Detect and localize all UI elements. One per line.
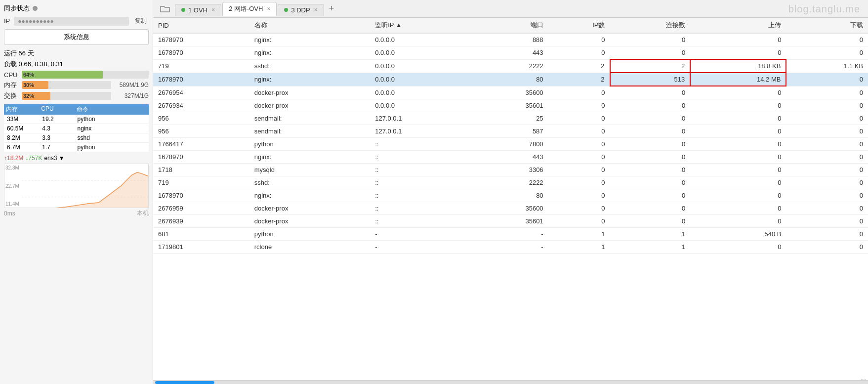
td-1-5: 0	[610, 46, 691, 60]
proc-mem: 33M	[6, 115, 41, 123]
load-row: 负载 0.66, 0.38, 0.31	[4, 60, 149, 69]
td-2-5: 2	[610, 59, 691, 73]
td-11-4: 0	[548, 176, 610, 189]
mem-value: 589M/1.9G	[114, 82, 149, 88]
td-12-6: 0	[690, 189, 786, 202]
tab-close-button[interactable]: ×	[211, 6, 215, 13]
bottom-scrollbar[interactable]: ····	[153, 380, 868, 384]
td-2-7: 1.1 KB	[786, 59, 868, 73]
sysinfo-button[interactable]: 系统信息	[4, 29, 149, 45]
table-row: 2676939docker-prox::356010000	[153, 215, 868, 228]
td-15-4: 1	[548, 228, 610, 241]
td-13-3: 35600	[472, 202, 548, 215]
td-14-4: 0	[548, 215, 610, 228]
resize-handle[interactable]: ····	[861, 377, 866, 382]
td-3-4: 2	[548, 73, 610, 86]
table-row: 1678970nginx:::800000	[153, 189, 868, 202]
td-4-1: docker-prox	[249, 86, 370, 99]
td-6-1: sendmail:	[249, 112, 370, 125]
td-15-1: python	[249, 228, 370, 241]
td-0-6: 0	[690, 33, 786, 46]
td-0-5: 0	[610, 33, 691, 46]
td-0-4: 0	[548, 33, 610, 46]
table-row: 1678970nginx:::4430000	[153, 151, 868, 164]
td-2-0: 719	[153, 59, 249, 73]
td-14-1: docker-prox	[249, 215, 370, 228]
scroll-thumb[interactable]	[155, 381, 214, 384]
th-1[interactable]: 名称	[249, 18, 370, 33]
tab-label: 1 OVH	[188, 6, 207, 14]
td-9-6: 0	[690, 151, 786, 164]
td-16-5: 1	[610, 241, 691, 254]
td-6-5: 0	[610, 112, 691, 125]
tab-close-button[interactable]: ×	[267, 5, 270, 12]
th-7[interactable]: 下载	[786, 18, 868, 33]
td-7-3: 587	[472, 125, 548, 138]
proc-cpu: 3.3	[41, 134, 76, 142]
td-4-3: 35600	[472, 86, 548, 99]
td-12-7: 0	[786, 189, 868, 202]
th-5[interactable]: 连接数	[610, 18, 691, 33]
network-graph: 32.8M 22.7M 11.4M	[4, 164, 149, 208]
td-9-1: nginx:	[249, 151, 370, 164]
mem-bar-label: 30%	[23, 81, 34, 89]
td-16-7: 0	[786, 241, 868, 254]
td-4-7: 0	[786, 86, 868, 99]
tab-3[interactable]: 3 DDP ×	[278, 4, 324, 16]
td-3-2: 0.0.0.0	[370, 73, 472, 86]
folder-button[interactable]	[157, 2, 173, 16]
main-panel: 1 OVH × 2 网络-OVH × 3 DDP × + blog.tanglu…	[153, 0, 868, 384]
td-6-7: 0	[786, 112, 868, 125]
th-0[interactable]: PID	[153, 18, 249, 33]
tab-label: 3 DDP	[291, 6, 310, 14]
network-table: PID名称监听IP ▲端口IP数连接数上传下载 1678970nginx:0.0…	[153, 18, 868, 254]
td-11-2: ::	[370, 176, 472, 189]
td-4-0: 2676954	[153, 86, 249, 99]
td-13-7: 0	[786, 202, 868, 215]
td-9-7: 0	[786, 151, 868, 164]
copy-button[interactable]: 复制	[133, 16, 149, 26]
th-2[interactable]: 监听IP ▲	[370, 18, 472, 33]
td-9-0: 1678970	[153, 151, 249, 164]
td-2-2: 0.0.0.0	[370, 59, 472, 73]
th-3[interactable]: 端口	[472, 18, 548, 33]
td-6-0: 956	[153, 112, 249, 125]
process-table-header: 内存 CPU 命令	[4, 104, 149, 115]
mem-bar-container: 30%	[22, 81, 111, 89]
td-8-0: 1766417	[153, 138, 249, 151]
swap-value: 327M/1G	[114, 92, 149, 99]
latency-label: 0ms	[4, 210, 15, 217]
proc-cpu: 4.3	[41, 125, 76, 132]
tab-2[interactable]: 2 网络-OVH ×	[222, 2, 277, 16]
td-11-5: 0	[610, 176, 691, 189]
td-9-5: 0	[610, 151, 691, 164]
th-6[interactable]: 上传	[690, 18, 786, 33]
table-row: 1678970nginx:0.0.0.08880000	[153, 33, 868, 46]
uptime-row: 运行 56 天	[4, 49, 149, 58]
process-row: 8.2M 3.3 sshd	[4, 133, 149, 143]
td-5-6: 0	[690, 99, 786, 112]
table-row: 1678970nginx:0.0.0.04430000	[153, 46, 868, 60]
td-7-7: 0	[786, 125, 868, 138]
net-interface[interactable]: ens3 ▼	[44, 155, 64, 162]
th-4[interactable]: IP数	[548, 18, 610, 33]
td-14-6: 0	[690, 215, 786, 228]
td-6-2: 127.0.0.1	[370, 112, 472, 125]
ip-label: IP	[4, 17, 10, 25]
table-row: 1718mysqld::33060000	[153, 164, 868, 176]
table-body: 1678970nginx:0.0.0.088800001678970nginx:…	[153, 33, 868, 254]
data-table-container[interactable]: PID名称监听IP ▲端口IP数连接数上传下载 1678970nginx:0.0…	[153, 18, 868, 380]
graph-label-mid: 22.7M	[5, 183, 19, 189]
td-12-2: ::	[370, 189, 472, 202]
table-row: 681python--11540 B0	[153, 228, 868, 241]
td-10-5: 0	[610, 164, 691, 176]
watermark: blog.tanglu.me	[788, 3, 860, 14]
proc-cmd: sshd	[77, 134, 147, 142]
td-5-4: 0	[548, 99, 610, 112]
tab-close-button[interactable]: ×	[314, 6, 318, 13]
tab-1[interactable]: 1 OVH ×	[175, 4, 221, 16]
add-tab-button[interactable]: +	[326, 3, 337, 14]
table-row: 719sshd:0.0.0.022222218.8 KB1.1 KB	[153, 59, 868, 73]
swap-bar-container: 32%	[22, 92, 111, 100]
td-1-0: 1678970	[153, 46, 249, 60]
